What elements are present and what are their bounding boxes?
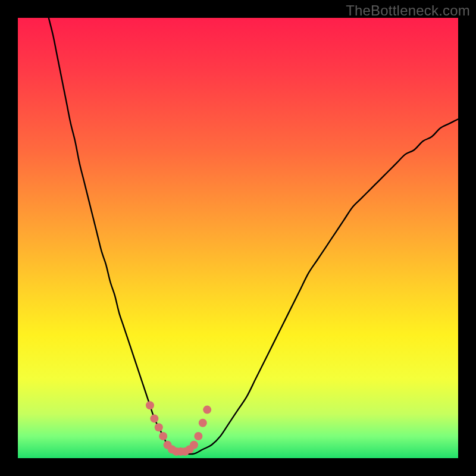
chart-frame: TheBottleneck.com	[0, 0, 476, 476]
optimal-dot	[159, 432, 167, 440]
optimal-dot	[150, 414, 158, 422]
optimal-dot	[146, 401, 154, 409]
optimal-range-dots	[18, 18, 458, 458]
watermark-text: TheBottleneck.com	[346, 2, 470, 19]
optimal-dot	[194, 432, 202, 440]
plot-area	[18, 18, 458, 458]
optimal-dot	[155, 423, 163, 431]
optimal-dot	[190, 441, 198, 449]
optimal-dot	[203, 406, 211, 414]
optimal-dot	[199, 419, 207, 427]
